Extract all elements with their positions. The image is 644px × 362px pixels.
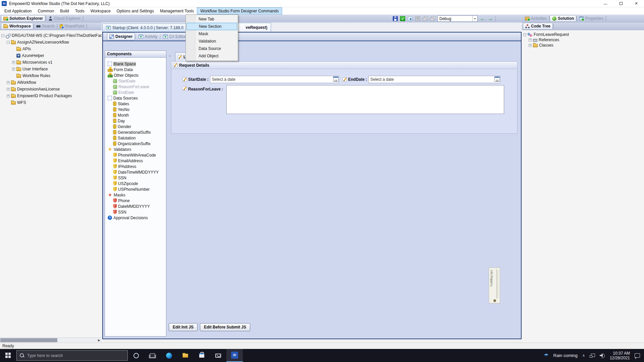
tab-activity[interactable]: Activity — [137, 33, 159, 40]
maximize-button[interactable] — [613, 0, 629, 7]
hscroll-thumb[interactable] — [0, 338, 57, 342]
component-enddate[interactable]: EndDate — [105, 89, 166, 95]
calendar-icon[interactable]: 15 — [333, 76, 338, 82]
tab-cloud-explorer[interactable]: Cloud Explorer — [46, 15, 83, 22]
weather-label[interactable]: Rain coming — [553, 353, 578, 358]
component-masks[interactable]: Masks — [105, 192, 166, 198]
chevron-down-icon[interactable]: ▼ — [472, 16, 477, 21]
component-ipaddress[interactable]: IPAddress — [105, 164, 166, 169]
menu-item-mask[interactable]: Mask — [186, 30, 238, 38]
component-gender[interactable]: Gender — [105, 124, 166, 129]
component-usphonenumber[interactable]: USPhoneNumber — [105, 186, 166, 192]
stop-icon[interactable] — [415, 16, 420, 21]
navigate-forward-icon[interactable] — [488, 16, 493, 21]
menu-tools[interactable]: Tools — [72, 7, 88, 14]
taskbar-clock[interactable]: 10:37 AM 12/28/2021 — [610, 351, 630, 360]
enddate-input[interactable] — [368, 76, 500, 83]
padding-ruler[interactable]: Padding 0px — [489, 267, 500, 303]
minus-expander-icon[interactable]: − — [7, 41, 10, 44]
component-data-sources[interactable]: Data Sources — [105, 95, 166, 101]
tree-item-assignaznewlicenseorkflow[interactable]: −AssignAZNewLicenseorkflow — [0, 39, 102, 46]
ruler-drag-handle[interactable] — [493, 299, 496, 302]
menu-item-add-object[interactable]: Add Object — [186, 52, 238, 60]
component-phonewithareacode[interactable]: PhoneWithAreaCode — [105, 152, 166, 158]
validate-icon[interactable] — [400, 16, 405, 21]
calendar-icon[interactable]: 15 — [494, 76, 500, 82]
tab-startup[interactable]: Startup (Client: 4.0.0.0 | Server: 7.188… — [102, 23, 187, 32]
plus-expander-icon[interactable]: + — [529, 39, 532, 42]
plus-expander-icon[interactable]: + — [529, 44, 532, 47]
menu-item-data-source[interactable]: Data Source — [186, 45, 238, 52]
menu-options-and-settings[interactable]: Options and Settings — [114, 7, 157, 14]
component-yesno[interactable]: YesNo — [105, 107, 166, 112]
request-details-header[interactable]: Request Details — [171, 62, 517, 69]
component-salutation[interactable]: Salutation — [105, 135, 166, 141]
minimize-button[interactable]: — — [598, 0, 613, 7]
component-phone[interactable]: Phone — [105, 198, 166, 203]
left-panel-hscrollbar[interactable]: ▶ — [0, 338, 102, 343]
menu-item-validation[interactable]: Validation — [186, 38, 238, 45]
tray-chevron-up-icon[interactable]: ∧ — [582, 353, 585, 358]
plus-expander-icon[interactable]: + — [12, 68, 15, 71]
tab-solution[interactable]: Solution — [550, 15, 576, 22]
component-datemmddyyyy[interactable]: DateMMDDYYYY — [105, 203, 166, 209]
collapse-chevron-icon[interactable]: › — [168, 53, 172, 59]
run-icon[interactable] — [408, 16, 413, 21]
build-config-dropdown[interactable]: Debug ▼ — [437, 15, 478, 22]
copy-window-icon[interactable] — [423, 16, 428, 21]
reason-textarea[interactable] — [226, 85, 504, 114]
tab-sharepoint[interactable]: SharePoint — [58, 23, 86, 29]
tree-item-deprovisionawslicense[interactable]: +DeprovisionAwsLicense — [0, 86, 102, 93]
component-startdate[interactable]: StartDate — [105, 78, 166, 84]
component-day[interactable]: Day — [105, 118, 166, 124]
menu-management-tools[interactable]: Management Tools — [157, 7, 197, 14]
component-generationalsuffix[interactable]: GenerationalSuffix — [105, 129, 166, 135]
tree-item-workflow-rules[interactable]: Workflow Rules — [0, 72, 102, 79]
component-ssn[interactable]: SSN — [105, 175, 166, 181]
taskbar-search[interactable]: Type here to search — [16, 350, 128, 361]
tree-item-drgautam-ws-c-program-files-thedotnetfac[interactable]: −DRGAUTAM-WS (C:\Program Files\TheDotNet… — [0, 32, 102, 39]
menu-item-new-section[interactable]: New Section — [186, 23, 237, 30]
tree-item-classes[interactable]: +Classes — [522, 43, 644, 48]
menu-exit-application[interactable]: Exit Application — [1, 7, 35, 14]
component-reasonforleave[interactable]: ReasonForLeave — [105, 84, 166, 89]
taskbar-cortana-button[interactable] — [128, 349, 144, 362]
tree-item-azurehelper[interactable]: AzureHelper — [0, 52, 102, 59]
component-month[interactable]: Month — [105, 112, 166, 118]
menu-workflow-studio-form-designer-commands[interactable]: Workflow Studio Form Designer Commands — [197, 7, 282, 14]
tab-search[interactable]: Search — [34, 23, 57, 29]
plus-expander-icon[interactable]: + — [7, 81, 10, 84]
speaker-icon[interactable] — [600, 353, 605, 358]
network-icon[interactable] — [590, 354, 595, 358]
taskbar-edge-button[interactable] — [161, 349, 177, 362]
taskbar-taskview-button[interactable] — [144, 349, 161, 362]
tree-item-formleaverequest[interactable]: −FormLeaveRequest — [522, 32, 644, 37]
taskbar-explorer-button[interactable] — [177, 349, 194, 362]
plus-expander-icon[interactable]: + — [7, 88, 10, 91]
component-emailaddress[interactable]: EmailAddress — [105, 158, 166, 164]
hscroll-right-arrow-icon[interactable]: ▶ — [98, 338, 100, 343]
tree-item-microservices-v1[interactable]: +Microservices v1 — [0, 59, 102, 66]
tab-designer[interactable]: Designer — [107, 33, 135, 40]
startdate-input[interactable] — [210, 76, 339, 83]
menu-common[interactable]: Common — [35, 7, 57, 14]
plus-expander-icon[interactable]: + — [7, 95, 10, 98]
edit-init-js-button[interactable]: Edit Init JS — [169, 323, 198, 331]
menu-item-new-tab[interactable]: New Tab — [186, 15, 238, 23]
component-datetimemmddyyyy[interactable]: DateTimeMMDDYYYY — [105, 169, 166, 175]
minus-expander-icon[interactable]: − — [523, 33, 526, 36]
navigate-back-icon[interactable] — [480, 16, 485, 21]
component-validators[interactable]: Validators — [105, 146, 166, 152]
component-other-objects[interactable]: Other Objects — [105, 72, 166, 78]
taskbar-store-button[interactable] — [194, 349, 210, 362]
menu-build[interactable]: Build — [57, 7, 72, 14]
component-uszipcode[interactable]: USZipcode — [105, 181, 166, 186]
tree-item-user-interface[interactable]: +User Interface — [0, 66, 102, 72]
tab-properties[interactable]: Properties — [577, 15, 605, 22]
tab-activities[interactable]: Activities — [523, 15, 549, 22]
taskbar-empowerid-button[interactable] — [226, 349, 243, 362]
tree-item-references[interactable]: +References — [522, 37, 644, 43]
notification-center-icon[interactable] — [635, 353, 640, 358]
component-form-data[interactable]: Form Data — [105, 67, 166, 72]
tree-item-aworkflow[interactable]: +AWorkflow — [0, 79, 102, 86]
